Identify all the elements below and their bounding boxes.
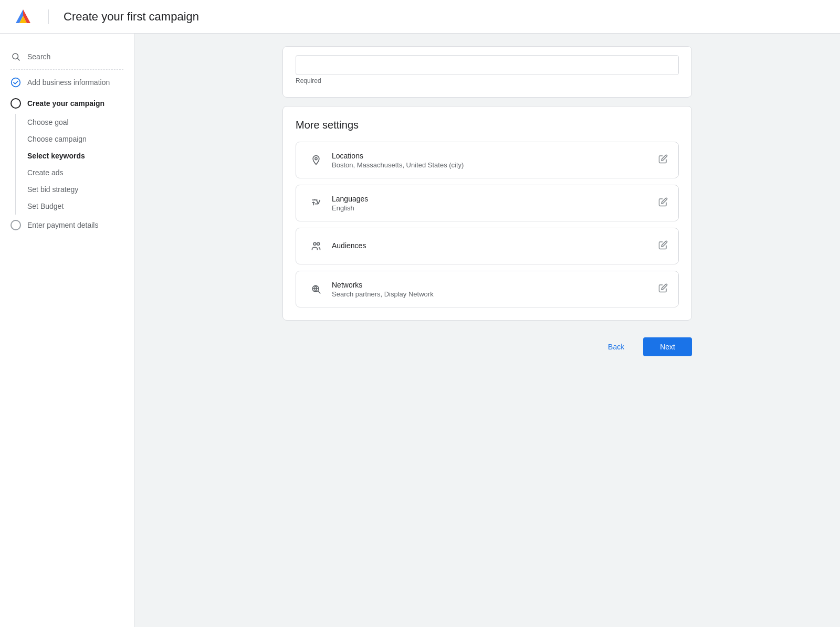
- sidebar-sub-set-bid-strategy[interactable]: Set bid strategy: [27, 181, 134, 198]
- sidebar-item-create-campaign[interactable]: Create your campaign: [0, 93, 134, 114]
- settings-row-networks[interactable]: Networks Search partners, Display Networ…: [296, 271, 679, 307]
- sidebar-item-payment[interactable]: Enter payment details: [0, 215, 134, 236]
- locations-title: Locations: [332, 152, 658, 160]
- translate-icon: [307, 194, 326, 212]
- more-settings-title: More settings: [296, 119, 679, 131]
- checkmark-icon: [10, 77, 21, 88]
- svg-point-5: [313, 242, 316, 245]
- locations-edit-icon[interactable]: [658, 154, 668, 166]
- sidebar-label-add-business: Add business information: [27, 78, 110, 87]
- languages-edit-icon[interactable]: [658, 197, 668, 209]
- required-label: Required: [296, 77, 679, 84]
- sidebar: Search Add business information Create y…: [0, 34, 134, 627]
- svg-point-3: [12, 78, 20, 87]
- languages-title: Languages: [332, 195, 658, 203]
- circle-active-icon: [10, 98, 21, 109]
- back-button[interactable]: Back: [595, 337, 637, 356]
- sidebar-label-payment: Enter payment details: [27, 221, 98, 229]
- next-button[interactable]: Next: [643, 337, 692, 356]
- sidebar-sub-create-ads[interactable]: Create ads: [27, 164, 134, 181]
- app-header: Create your first campaign: [0, 0, 840, 34]
- settings-row-audiences[interactable]: Audiences: [296, 228, 679, 264]
- sidebar-label-search: Search: [27, 52, 50, 61]
- languages-content: Languages English: [332, 195, 658, 212]
- networks-subtitle: Search partners, Display Network: [332, 290, 658, 298]
- keyword-input[interactable]: [296, 55, 679, 75]
- networks-title: Networks: [332, 281, 658, 289]
- languages-subtitle: English: [332, 204, 658, 212]
- settings-row-locations[interactable]: Locations Boston, Massachusetts, United …: [296, 142, 679, 178]
- svg-point-6: [317, 242, 320, 245]
- audiences-title: Audiences: [332, 241, 658, 250]
- location-icon: [307, 151, 326, 169]
- locations-subtitle: Boston, Massachusetts, United States (ci…: [332, 161, 658, 169]
- sidebar-sub-items: Choose goal Choose campaign Select keywo…: [0, 114, 134, 215]
- header-title: Create your first campaign: [64, 10, 199, 24]
- svg-point-1: [13, 54, 18, 59]
- sidebar-sub-choose-campaign[interactable]: Choose campaign: [27, 131, 134, 147]
- networks-icon: [307, 280, 326, 299]
- svg-line-8: [318, 291, 321, 294]
- top-input-card: Required: [282, 46, 692, 98]
- audiences-content: Audiences: [332, 241, 658, 251]
- settings-row-languages[interactable]: Languages English: [296, 185, 679, 221]
- svg-line-2: [17, 58, 19, 60]
- audiences-icon: [307, 237, 326, 256]
- sidebar-sub-choose-goal[interactable]: Choose goal: [27, 114, 134, 131]
- sidebar-item-search[interactable]: Search: [0, 46, 134, 67]
- footer-actions: Back Next: [282, 329, 692, 373]
- main-content: Required More settings Locations Boston,…: [134, 34, 840, 627]
- more-settings-card: More settings Locations Boston, Massachu…: [282, 106, 692, 321]
- sidebar-item-add-business[interactable]: Add business information: [0, 72, 134, 93]
- sidebar-tree-create-campaign: Create your campaign Choose goal Choose …: [0, 93, 134, 215]
- sidebar-label-create-campaign: Create your campaign: [27, 99, 104, 108]
- sidebar-sub-set-budget[interactable]: Set Budget: [27, 198, 134, 215]
- google-ads-logo-icon: [13, 6, 34, 27]
- locations-content: Locations Boston, Massachusetts, United …: [332, 152, 658, 169]
- header-divider: [48, 9, 49, 24]
- svg-point-4: [315, 157, 317, 160]
- main-layout: Search Add business information Create y…: [0, 34, 840, 627]
- search-icon: [10, 51, 21, 62]
- header-logo: Create your first campaign: [13, 6, 199, 27]
- networks-content: Networks Search partners, Display Networ…: [332, 281, 658, 298]
- networks-edit-icon[interactable]: [658, 283, 668, 295]
- audiences-edit-icon[interactable]: [658, 240, 668, 252]
- sidebar-sub-select-keywords[interactable]: Select keywords: [27, 147, 134, 164]
- circle-icon: [10, 220, 21, 230]
